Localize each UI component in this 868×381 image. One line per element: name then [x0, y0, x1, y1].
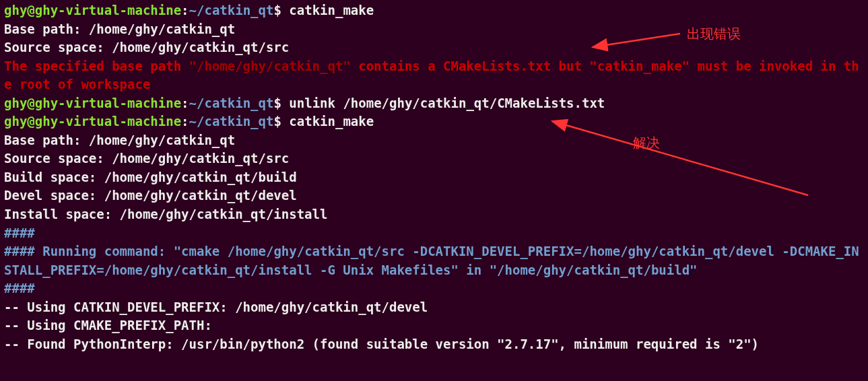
cwd: ~/catkin_qt	[189, 96, 274, 110]
command-text: unlink /home/ghy/catkin_qt/CMakeLists.tx…	[289, 96, 605, 110]
error-line: The specified base path "/home/ghy/catki…	[4, 57, 864, 94]
output-line: Install space: /home/ghy/catkin_qt/insta…	[4, 205, 864, 224]
user-host: ghy@ghy-virtual-machine	[4, 3, 181, 18]
dollar: $	[273, 114, 281, 129]
sep: :	[181, 3, 189, 18]
user-host: ghy@ghy-virtual-machine	[4, 96, 181, 110]
command-text: catkin_make	[289, 114, 374, 129]
output-line: -- Found PythonInterp: /usr/bin/python2 …	[4, 335, 864, 354]
running-path: "/home/ghy/catkin_qt/build"	[490, 263, 698, 277]
output-line: Build space: /home/ghy/catkin_qt/build	[4, 168, 864, 187]
running-label: Running command:	[42, 244, 173, 258]
output-line: -- Using CATKIN_DEVEL_PREFIX: /home/ghy/…	[4, 298, 864, 317]
command-text: catkin_make	[289, 3, 374, 18]
in-word: in	[459, 263, 490, 277]
output-line: -- Using CMAKE_PREFIX_PATH:	[4, 316, 864, 335]
annotation-fix-label: 解决	[633, 133, 660, 153]
sep: :	[181, 96, 189, 110]
output-line: Devel space: /home/ghy/catkin_qt/devel	[4, 186, 864, 205]
dollar: $	[273, 96, 281, 110]
dollar: $	[273, 3, 281, 18]
terminal-output: ghy@ghy-virtual-machine:~/catkin_qt$ cat…	[4, 1, 864, 353]
hash-line: ####	[4, 279, 864, 298]
error-text: The specified base path	[4, 59, 189, 73]
annotation-error-label: 出现错误	[687, 24, 741, 44]
cwd: ~/catkin_qt	[189, 114, 274, 129]
prompt-line-1[interactable]: ghy@ghy-virtual-machine:~/catkin_qt$ cat…	[4, 1, 864, 20]
prompt-line-3[interactable]: ghy@ghy-virtual-machine:~/catkin_qt$ cat…	[4, 112, 864, 131]
output-line: Source space: /home/ghy/catkin_qt/src	[4, 149, 864, 168]
running-command-line: #### Running command: "cmake /home/ghy/c…	[4, 242, 864, 279]
cwd: ~/catkin_qt	[189, 3, 274, 18]
hash-line: ####	[4, 224, 864, 243]
hash-prefix: ####	[4, 244, 42, 258]
sep: :	[181, 114, 189, 129]
output-line: Base path: /home/ghy/catkin_qt	[4, 131, 864, 150]
prompt-line-2[interactable]: ghy@ghy-virtual-machine:~/catkin_qt$ unl…	[4, 94, 864, 113]
error-path: "/home/ghy/catkin_qt"	[189, 59, 351, 73]
user-host: ghy@ghy-virtual-machine	[4, 114, 181, 129]
